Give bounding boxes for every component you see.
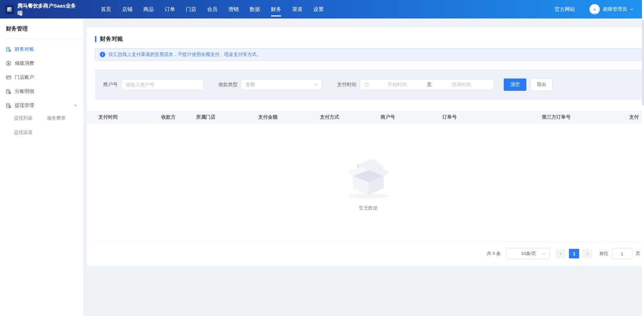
- page-title: 财务对账: [100, 35, 123, 43]
- user-avatar: [589, 4, 600, 14]
- sidebar-menu: 财务对账 储值消费 门店账户: [6, 39, 83, 138]
- scrollbar-thumb[interactable]: [642, 20, 644, 106]
- column-store: 所属门店: [196, 114, 258, 120]
- total-count: 共 0 条: [487, 251, 501, 257]
- sidebar-item-store-account[interactable]: 门店账户: [6, 70, 83, 84]
- nav-item-shop[interactable]: 店铺: [122, 0, 132, 19]
- top-navbar: 腾马餐饮多商户Saas业务端 首页 店铺 商品 订单 门店 会员 营销 数据 财…: [0, 0, 644, 19]
- column-pay-time: 支付时间: [87, 114, 161, 120]
- app-title: 腾马餐饮多商户Saas业务端: [17, 2, 78, 16]
- empty-box-illustration: [343, 152, 394, 200]
- app-logo: [5, 5, 14, 14]
- sidebar-title: 财务管理: [6, 25, 83, 38]
- payee-type-select[interactable]: 全部: [241, 79, 322, 90]
- column-payee: 收款方: [161, 114, 196, 120]
- info-alert: ! 仅汇总线上支付渠道的交易流水，不统计使用余额支付、现金支付等方式。: [95, 48, 642, 61]
- range-separator: 至: [426, 82, 433, 88]
- sidebar-item-label: 财务对账: [15, 46, 34, 52]
- nav-item-marketing[interactable]: 营销: [228, 0, 239, 19]
- page-unit-label: 页: [636, 251, 640, 257]
- start-time-placeholder[interactable]: 开始时间: [369, 82, 426, 88]
- nav-item-stores[interactable]: 门店: [186, 0, 196, 19]
- arrow-left-icon: [559, 252, 562, 255]
- topnav-right: 官方网站 超级管理员: [554, 4, 639, 14]
- sidebar: 财务管理 财务对账 储: [0, 19, 83, 316]
- clock-icon: [364, 82, 369, 87]
- merchant-input[interactable]: [121, 79, 203, 90]
- merchant-label: 商户号: [103, 82, 118, 88]
- nav-item-goods[interactable]: 商品: [143, 0, 154, 19]
- chevron-down-icon: [314, 83, 318, 87]
- table-body: 暂无数据: [87, 124, 644, 241]
- prev-page-button[interactable]: [556, 249, 565, 258]
- ledger-icon: [6, 89, 11, 94]
- sidebar-item-split-detail[interactable]: 分账明细: [6, 84, 83, 98]
- page-title-row: 财务对账: [95, 35, 642, 43]
- official-site-link[interactable]: 官方网站: [554, 6, 575, 13]
- page-scrollbar[interactable]: [642, 0, 644, 316]
- column-pay-method: 支付方式: [320, 114, 381, 120]
- main-area: 财务对账 ! 仅汇总线上支付渠道的交易流水，不统计使用余额支付、现金支付等方式。…: [83, 19, 644, 316]
- nav-item-channels[interactable]: 渠道: [292, 0, 302, 19]
- withdraw-submenu: 提现列表 服务费率 提现设置: [14, 113, 83, 138]
- info-icon: !: [100, 52, 105, 57]
- bank-card-icon: [6, 75, 11, 80]
- arrow-right-icon: [586, 252, 589, 255]
- nav-item-finance[interactable]: 财务: [271, 0, 281, 19]
- column-order-no: 订单号: [442, 114, 542, 120]
- table-header: 支付时间 收款方 所属门店 支付金额 支付方式 商户号 订单号 第三方订单号 支…: [87, 111, 644, 124]
- title-accent-bar: [95, 36, 96, 42]
- filter-panel: 商户号 收款类型 全部 支付时间 开始时间 至 结束时间: [95, 70, 642, 100]
- nav-item-orders[interactable]: 订单: [165, 0, 175, 19]
- end-time-placeholder[interactable]: 结束时间: [433, 82, 490, 88]
- sidebar-item-stored-value[interactable]: 储值消费: [6, 56, 83, 70]
- clear-button[interactable]: 清空: [504, 78, 526, 91]
- chevron-down-icon: [630, 8, 634, 11]
- column-third-party-order-no: 第三方订单号: [542, 114, 629, 120]
- nav-item-home[interactable]: 首页: [101, 0, 111, 19]
- content-card: 财务对账 ! 仅汇总线上支付渠道的交易流水，不统计使用余额支付、现金支付等方式。…: [87, 27, 644, 266]
- empty-state: 暂无数据: [343, 152, 394, 211]
- page-size-value: 10条/页: [515, 251, 542, 257]
- submenu-item-withdraw-list[interactable]: 提现列表: [14, 113, 47, 123]
- sidebar-item-label: 分账明细: [15, 88, 34, 95]
- ledger-icon: [6, 103, 11, 108]
- page-size-select[interactable]: 10条/页: [506, 248, 550, 259]
- payee-type-value: 全部: [246, 82, 314, 88]
- page-number-1[interactable]: 1: [569, 249, 579, 258]
- nav-item-data[interactable]: 数据: [250, 0, 260, 19]
- user-menu[interactable]: 超级管理员: [589, 4, 634, 14]
- brand: 腾马餐饮多商户Saas业务端: [5, 2, 83, 16]
- goto-label: 前往: [599, 251, 608, 257]
- yen-circle-icon: [6, 61, 11, 66]
- nav-item-members[interactable]: 会员: [207, 0, 217, 19]
- main-nav: 首页 店铺 商品 订单 门店 会员 营销 数据 财务 渠道 设置: [95, 0, 329, 19]
- submenu-item-withdraw-settings[interactable]: 提现设置: [14, 127, 47, 138]
- sidebar-item-label: 储值消费: [15, 60, 34, 66]
- sidebar-item-label: 提现管理: [15, 102, 34, 109]
- export-button[interactable]: 导出: [530, 78, 552, 91]
- user-icon: [591, 7, 598, 14]
- username: 超级管理员: [603, 6, 627, 12]
- pay-time-label: 支付时间: [337, 82, 356, 88]
- sidebar-item-label: 门店账户: [15, 74, 34, 81]
- column-amount: 支付金额: [258, 114, 320, 120]
- empty-text: 暂无数据: [359, 205, 378, 211]
- submenu-item-service-rate[interactable]: 服务费率: [47, 113, 80, 123]
- nav-item-settings[interactable]: 设置: [313, 0, 324, 19]
- app-logo-mark: [7, 7, 12, 12]
- ledger-icon: [6, 47, 11, 52]
- column-merchant-no: 商户号: [381, 114, 442, 120]
- goto-page-input[interactable]: [612, 248, 632, 259]
- chevron-down-icon: [542, 252, 546, 256]
- sidebar-item-withdraw-management[interactable]: 提现管理: [6, 98, 83, 112]
- next-page-button[interactable]: [582, 249, 592, 258]
- alert-text: 仅汇总线上支付渠道的交易流水，不统计使用余额支付、现金支付等方式。: [108, 51, 261, 58]
- pagination: 共 0 条 10条/页 1 前: [87, 242, 644, 266]
- sidebar-item-reconciliation[interactable]: 财务对账: [6, 42, 83, 56]
- pay-time-range-picker[interactable]: 开始时间 至 结束时间: [360, 79, 494, 90]
- chevron-up-icon: [73, 104, 77, 107]
- payee-type-label: 收款类型: [218, 82, 238, 88]
